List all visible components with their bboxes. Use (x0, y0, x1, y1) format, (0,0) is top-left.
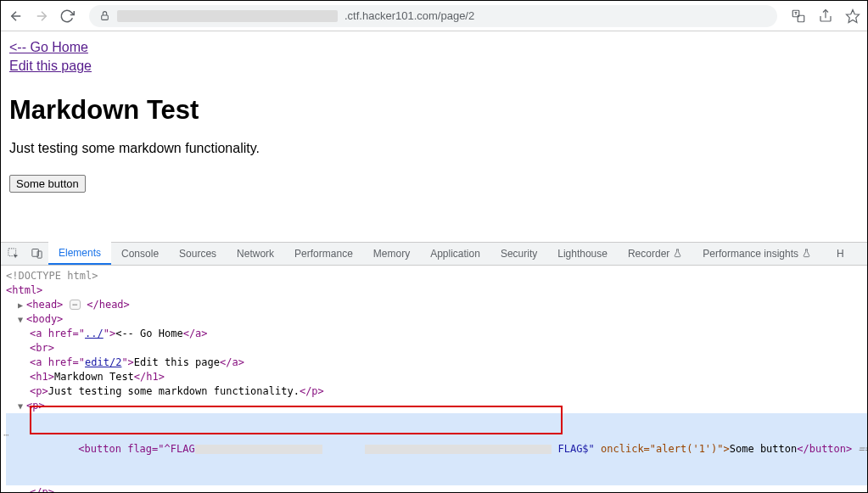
browser-toolbar: .ctf.hacker101.com/page/2 (1, 1, 867, 31)
tab-recorder-label: Recorder (628, 248, 669, 260)
tab-lighthouse[interactable]: Lighthouse (547, 242, 618, 265)
reload-button[interactable] (59, 8, 76, 25)
some-button[interactable]: Some button (9, 175, 86, 193)
tab-application[interactable]: Application (420, 242, 490, 265)
code-line: <p>Just testing some markdown functional… (6, 384, 867, 399)
elements-panel[interactable]: <!DOCTYPE html> <html> ▶<head> ⋯ </head>… (1, 266, 867, 492)
tab-console[interactable]: Console (111, 242, 169, 265)
code-line: <!DOCTYPE html> (6, 269, 867, 283)
arrow-right-icon (34, 8, 49, 24)
devtools-panel: Elements Console Sources Network Perform… (1, 242, 867, 492)
code-line: ▼<body> (6, 312, 867, 327)
selected-source-line[interactable]: ⋯ <button flag="^FLAG FLAG$" onclick="al… (6, 413, 867, 485)
tab-sources[interactable]: Sources (169, 242, 227, 265)
tab-perf-insights-label: Performance insights (703, 248, 798, 260)
tab-performance[interactable]: Performance (284, 242, 363, 265)
code-line: <a href="../"><-- Go Home</a> (6, 327, 867, 341)
star-icon[interactable] (845, 8, 860, 24)
address-bar[interactable]: .ctf.hacker101.com/page/2 (89, 5, 777, 27)
tab-hidden-cut[interactable]: H (821, 242, 848, 265)
page-paragraph: Just testing some markdown functionality… (9, 141, 859, 156)
tab-network[interactable]: Network (227, 242, 284, 265)
devtools-tabs: Elements Console Sources Network Perform… (1, 243, 867, 266)
svg-rect-0 (102, 15, 109, 20)
svg-marker-3 (847, 9, 860, 22)
dots-icon: ⋯ (3, 428, 8, 442)
code-line: <html> (6, 283, 867, 298)
code-line: <a href="edit/2">Edit this page</a> (6, 356, 867, 370)
code-line: </p> (6, 485, 867, 492)
page-content: <-- Go Home Edit this page Markdown Test… (1, 31, 867, 199)
ellipsis-icon: ⋯ (70, 300, 81, 310)
tab-security[interactable]: Security (490, 242, 547, 265)
edit-page-link[interactable]: Edit this page (9, 59, 92, 73)
tab-memory[interactable]: Memory (363, 242, 420, 265)
flask-icon (802, 249, 811, 258)
reload-icon (59, 8, 75, 24)
go-home-link[interactable]: <-- Go Home (9, 40, 88, 54)
flask-icon (673, 249, 682, 258)
code-line: <h1>Markdown Test</h1> (6, 370, 867, 384)
code-line: ▶<head> ⋯ </head> (6, 298, 867, 312)
tab-performance-insights[interactable]: Performance insights (692, 242, 821, 265)
back-button[interactable] (8, 8, 25, 25)
toolbar-right-icons (791, 8, 860, 24)
url-visible: .ctf.hacker101.com/page/2 (344, 9, 474, 22)
tab-recorder[interactable]: Recorder (618, 242, 692, 265)
device-icon (31, 247, 43, 260)
url-redacted (117, 10, 338, 22)
translate-icon[interactable] (791, 8, 806, 24)
arrow-left-icon (8, 8, 24, 24)
code-line: ▼<p> (6, 399, 867, 413)
share-icon[interactable] (818, 8, 833, 24)
inspect-button[interactable] (1, 242, 25, 265)
device-toggle-button[interactable] (25, 242, 48, 265)
page-title: Markdown Test (9, 95, 859, 126)
forward-button[interactable] (33, 8, 50, 25)
inspect-icon (7, 247, 20, 260)
lock-icon (99, 10, 110, 21)
tab-elements[interactable]: Elements (48, 242, 111, 265)
code-line: <br> (6, 341, 867, 356)
